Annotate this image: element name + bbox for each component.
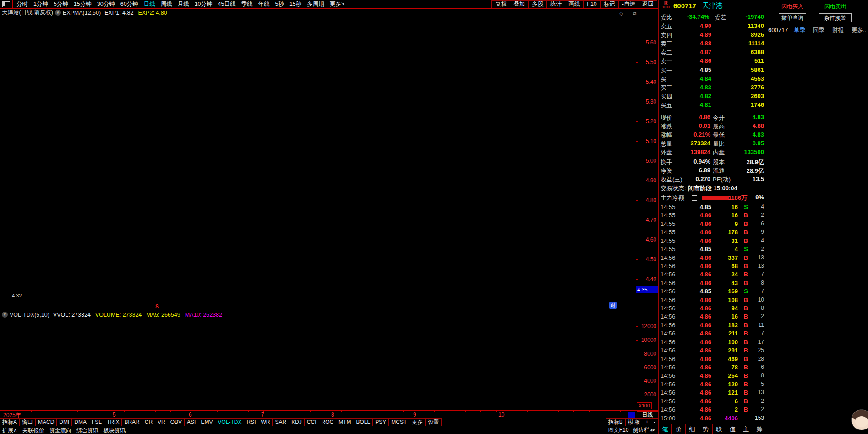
menu-period-5秒[interactable]: 5秒 (272, 0, 286, 8)
menu-period-年线[interactable]: 年线 (255, 0, 272, 8)
volume-chart[interactable] (0, 310, 636, 410)
menu-period-多周期[interactable]: 多周期 (304, 0, 327, 8)
bottombar-关联报价[interactable]: 关联报价 (20, 427, 47, 434)
toolbar-多股[interactable]: 多股 (528, 0, 547, 8)
indicator-WR[interactable]: WR (258, 418, 273, 426)
tape-tab-联[interactable]: 联 (713, 424, 726, 434)
indicator-RSI[interactable]: RSI (244, 418, 258, 426)
tape-direction: B (744, 398, 748, 405)
menu-period-周线[interactable]: 周线 (158, 0, 175, 8)
price-axis: 5.605.505.405.305.205.105.004.904.804.70… (636, 16, 659, 310)
minor-tick (419, 411, 419, 412)
indicator-ASI[interactable]: ASI (184, 418, 198, 426)
chevron-circle-icon[interactable]: ∨ (55, 10, 61, 16)
indicator-PSY[interactable]: PSY (372, 418, 389, 426)
menu-period-更多>[interactable]: 更多> (327, 0, 347, 8)
toolbar-F10[interactable]: F10 (583, 0, 601, 8)
chart-corner-icons[interactable]: ◇ ⧉ (619, 11, 640, 16)
menu-period-10分钟[interactable]: 10分钟 (192, 0, 215, 8)
toolbar-返回[interactable]: 返回 (639, 0, 657, 8)
indicator-SAR[interactable]: SAR (272, 418, 289, 426)
indicator-MACD[interactable]: MACD (35, 418, 57, 426)
tape-tab-势[interactable]: 势 (699, 424, 712, 434)
menu-period-季线[interactable]: 季线 (238, 0, 255, 8)
flash-sell-button[interactable]: 闪电卖出 (819, 2, 852, 11)
menu-period-15秒[interactable]: 15秒 (287, 0, 304, 8)
toolbar-统计[interactable]: 统计 (546, 0, 565, 8)
indicator-MCST[interactable]: MCST (388, 418, 409, 426)
bottombar-扩展∧[interactable]: 扩展∧ (0, 427, 20, 434)
indicator-窗口[interactable]: 窗口 (19, 418, 36, 426)
assistant-avatar-icon[interactable] (851, 409, 868, 430)
candlestick-chart[interactable] (0, 16, 636, 310)
indicator-CCI[interactable]: CCI (304, 418, 319, 426)
tape-tab-值[interactable]: 值 (726, 424, 739, 434)
chevron-circle-icon[interactable]: ∨ (2, 312, 8, 318)
tape-tab-笔[interactable]: 笔 (659, 424, 672, 434)
bottombar-侧边栏≫[interactable]: 侧边栏≫ (630, 427, 657, 434)
indicator-指标A[interactable]: 指标A (0, 418, 20, 426)
cancel-order-button[interactable]: 撤单查询 (779, 13, 806, 22)
detail-row: 外盘139824内盘133500 (659, 148, 766, 157)
toolbar-叠加[interactable]: 叠加 (510, 0, 529, 8)
menu-period-60分钟[interactable]: 60分钟 (118, 0, 141, 8)
finance-report-badge[interactable]: 财 (609, 302, 617, 309)
menu-period-45日线[interactable]: 45日线 (215, 0, 239, 8)
flash-buy-button[interactable]: 闪电买入 (778, 2, 807, 11)
indicator-right--[interactable]: - (651, 418, 658, 426)
indicator-KDJ[interactable]: KDJ (289, 418, 305, 426)
indicator-EMV[interactable]: EMV (198, 418, 215, 426)
menu-period-30分钟[interactable]: 30分钟 (94, 0, 118, 8)
indicator-DMI[interactable]: DMI (56, 418, 72, 426)
toolbar-标记[interactable]: 标记 (600, 0, 619, 8)
tape-tab-主[interactable]: 主 (739, 424, 753, 434)
tape-count: 7 (761, 271, 764, 277)
tape-tab-筹[interactable]: 筹 (753, 424, 766, 434)
indicator-VR[interactable]: VR (155, 418, 168, 426)
minor-tick (620, 411, 621, 412)
indicator-right-指标B[interactable]: 指标B (606, 418, 626, 426)
tick-dash (636, 240, 638, 240)
period-selector[interactable]: 日线 (637, 411, 658, 418)
indicator-更多[interactable]: 更多 (409, 418, 426, 426)
tape-time: 14:56 (661, 254, 676, 261)
indicator-TRIX[interactable]: TRIX (104, 418, 122, 426)
menu-period-分时[interactable]: 分时 (14, 0, 31, 8)
volume-value: VOLUME: 273324 (95, 312, 142, 318)
tape-tab-价[interactable]: 价 (672, 424, 685, 434)
menu-period-1分钟[interactable]: 1分钟 (31, 0, 51, 8)
book-volume: 2603 (751, 93, 764, 99)
indicator-ROC[interactable]: ROC (319, 418, 337, 426)
menu-period-5分钟[interactable]: 5分钟 (51, 0, 71, 8)
bottombar-图文F10[interactable]: 图文F10 (606, 427, 631, 434)
bottombar-综合资讯[interactable]: 综合资讯 (74, 427, 101, 434)
tape-volume: 6 (735, 398, 738, 405)
indicator-DMA[interactable]: DMA (71, 418, 89, 426)
condition-alert-button[interactable]: 条件预警 (819, 13, 852, 22)
window-layout-icon[interactable] (2, 1, 10, 7)
indicator-设置[interactable]: 设置 (425, 418, 442, 426)
bottombar-资金流向[interactable]: 资金流向 (47, 427, 74, 434)
toolbar-画线[interactable]: 画线 (565, 0, 584, 8)
toolbar--自选[interactable]: -自选 (618, 0, 639, 8)
tape-tab-细[interactable]: 细 (686, 424, 699, 434)
price-tick: 4.40 (646, 276, 656, 282)
menu-period-15分钟[interactable]: 15分钟 (71, 0, 94, 8)
minor-tick (295, 411, 295, 412)
indicator-right-+[interactable]: + (643, 418, 651, 426)
menu-period-月线[interactable]: 月线 (175, 0, 192, 8)
bottombar-板块资讯[interactable]: 板块资讯 (101, 427, 128, 434)
book-row: 卖五4.9011340 (659, 22, 766, 31)
toolbar-复权[interactable]: 复权 (491, 0, 510, 8)
indicator-BRAR[interactable]: BRAR (121, 418, 142, 426)
indicator-CR[interactable]: CR (142, 418, 155, 426)
tape-row: 14:564.86337B13 (659, 254, 766, 263)
indicator-MTM[interactable]: MTM (336, 418, 354, 426)
main-flow-row[interactable]: 主力净额 1186万 9% (659, 194, 766, 202)
indicator-OBV[interactable]: OBV (168, 418, 185, 426)
menu-period-日线[interactable]: 日线 (141, 0, 158, 8)
indicator-VOL-TDX[interactable]: VOL-TDX (215, 418, 244, 426)
indicator-right-模 板[interactable]: 模 板 (625, 418, 643, 426)
indicator-BOLL[interactable]: BOLL (354, 418, 373, 426)
indicator-FSL[interactable]: FSL (89, 418, 104, 426)
